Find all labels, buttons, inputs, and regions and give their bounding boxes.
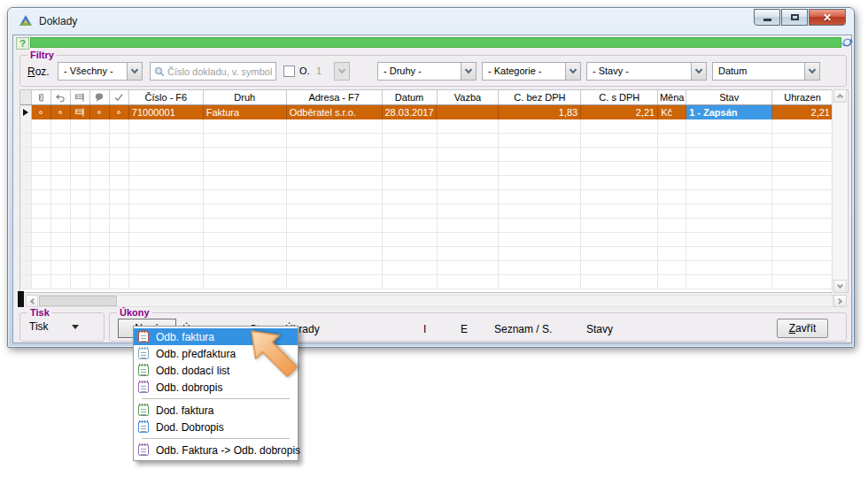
cell-stav status-badge: 1 - Zapsán — [686, 105, 772, 119]
range-select[interactable]: - Všechny - — [58, 62, 143, 81]
range-select-arrow[interactable] — [127, 62, 143, 81]
chevron-down-icon — [809, 66, 816, 73]
range-label: Roz. — [27, 65, 50, 78]
stavy-select-value[interactable]: - Stavy - — [586, 62, 691, 81]
minimize-icon — [763, 19, 771, 21]
menu-item-label: Dod. Dobropis — [156, 421, 224, 434]
horizontal-scrollbar-thumb[interactable] — [39, 296, 117, 306]
o-label: O. — [299, 65, 310, 76]
column-mena[interactable]: Měna — [658, 90, 686, 104]
druhy-select[interactable]: - Druhy - — [377, 62, 477, 81]
column-undo[interactable] — [51, 90, 71, 104]
ukony-group-label: Úkony — [117, 307, 152, 318]
kategorie-select[interactable]: - Kategorie - — [482, 62, 581, 81]
cell-mena: Kč — [658, 105, 686, 119]
window-title: Doklady — [39, 15, 77, 27]
menu-item-label: Odb. předfaktura — [156, 348, 236, 360]
scroll-up-button[interactable] — [833, 89, 847, 103]
tisk-dropdown-button[interactable]: Tisk — [29, 320, 79, 333]
column-druh[interactable]: Druh — [204, 90, 287, 104]
menu-item-label: Odb. dobropis — [156, 381, 222, 394]
import-button[interactable]: I — [423, 323, 426, 335]
column-attachment[interactable] — [32, 90, 51, 104]
stavy-select-arrow[interactable] — [691, 62, 707, 81]
scroll-right-button[interactable] — [833, 295, 847, 307]
range-select-value[interactable]: - Všechny - — [58, 62, 127, 81]
cell-adresa: Odběratel s.r.o. — [287, 105, 383, 119]
invoice-note-icon — [138, 421, 149, 433]
menu-item-dod-dobropis[interactable]: Dod. Dobropis — [134, 419, 298, 435]
menu-item-odb-faktura-dobropis[interactable]: Odb. Faktura -> Odb. dobropis — [134, 442, 298, 458]
menu-item-label: Dod. faktura — [156, 404, 213, 417]
menu-item-label: Odb. Faktura -> Odb. dobropis — [156, 444, 300, 457]
column-vazba[interactable]: Vazba — [438, 90, 500, 104]
column-stav[interactable]: Stav — [686, 90, 772, 104]
column-cena-s-dph[interactable]: C. s DPH — [581, 90, 658, 104]
seznam-button[interactable]: Seznam / S. — [494, 323, 552, 335]
chevron-down-icon — [465, 66, 472, 73]
flag-icon — [74, 92, 85, 103]
invoice-note-icon — [138, 365, 149, 376]
chevron-down-icon — [338, 66, 345, 73]
app-logo-icon — [19, 14, 33, 27]
close-window-button[interactable]: ✕ — [809, 9, 846, 26]
column-cena-bez-dph[interactable]: C. bez DPH — [499, 90, 581, 104]
datum-select-value[interactable]: Datum — [712, 62, 804, 81]
stavy-button[interactable]: Stavy — [586, 323, 613, 335]
kategorie-select-arrow[interactable] — [565, 62, 581, 81]
stavy-select[interactable]: - Stavy - — [586, 62, 707, 81]
cell-druh: Faktura — [204, 105, 287, 119]
current-row-arrow-icon — [23, 109, 28, 116]
dropdown-arrow-icon — [72, 325, 79, 329]
table-empty-row — [20, 119, 833, 134]
cell-comment — [90, 105, 110, 119]
column-flag[interactable] — [71, 90, 90, 104]
column-datum[interactable]: Datum — [383, 90, 438, 104]
export-button[interactable]: E — [461, 323, 468, 335]
search-box[interactable] — [150, 62, 276, 81]
o-select-disabled — [334, 62, 350, 81]
maximize-button[interactable] — [781, 9, 808, 26]
minimize-button[interactable] — [754, 9, 780, 26]
tisk-group-label: Tisk — [27, 307, 52, 318]
table-empty-row — [20, 190, 833, 204]
chevron-right-icon — [836, 297, 842, 304]
tisk-group: Tisk Tisk — [19, 312, 105, 342]
scroll-down-button[interactable] — [833, 280, 847, 293]
menu-separator — [142, 398, 290, 399]
titlebar[interactable]: Doklady ✕ — [8, 8, 854, 34]
scroll-left-button[interactable] — [26, 295, 38, 307]
datum-select[interactable]: Datum — [712, 62, 820, 81]
column-check[interactable] — [110, 90, 129, 104]
column-adresa[interactable]: Adresa - F7 — [287, 90, 383, 104]
table-empty-row — [20, 204, 833, 219]
dot-icon — [97, 111, 101, 114]
table-row-selected[interactable]: 71000001 Faktura Odběratel s.r.o. 28.03.… — [20, 105, 833, 119]
refresh-icon[interactable] — [841, 35, 854, 50]
grid-corner-block — [18, 291, 24, 307]
menu-item-odb-dobropis[interactable]: Odb. dobropis — [134, 379, 298, 396]
druhy-select-value[interactable]: - Druhy - — [377, 62, 461, 81]
table-empty-row — [20, 148, 833, 162]
menu-item-dod-faktura[interactable]: Dod. faktura — [134, 402, 298, 419]
vertical-scrollbar[interactable] — [832, 89, 847, 293]
cell-datum: 28.03.2017 — [383, 105, 438, 119]
invoice-note-icon — [138, 348, 149, 359]
kategorie-select-value[interactable]: - Kategorie - — [482, 62, 565, 81]
druhy-select-arrow[interactable] — [461, 62, 477, 81]
invoice-note-icon — [138, 444, 149, 456]
column-cislo[interactable]: Číslo - F6 — [129, 90, 204, 104]
table-empty-row — [20, 176, 833, 190]
horizontal-scrollbar[interactable] — [26, 295, 833, 307]
o-checkbox[interactable] — [283, 65, 295, 77]
datum-select-arrow[interactable] — [804, 62, 820, 81]
table-empty-row — [20, 162, 833, 176]
zavrit-button[interactable]: Zavřít — [777, 319, 828, 338]
menu-item-label: Odb. dodací list — [156, 365, 229, 377]
attachment-icon — [35, 92, 46, 103]
search-input[interactable] — [167, 66, 272, 77]
documents-table: Číslo - F6 Druh Adresa - F7 Datum Vazba … — [19, 89, 849, 293]
column-comment[interactable] — [90, 90, 110, 104]
help-button[interactable]: ? — [16, 37, 29, 50]
column-uhrazeno[interactable]: Uhrazen — [772, 90, 833, 104]
